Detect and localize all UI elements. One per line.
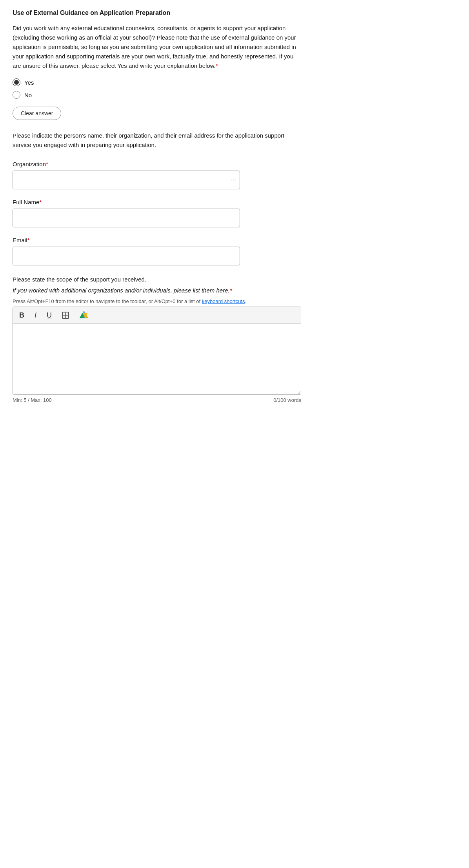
radio-yes[interactable] <box>13 78 20 86</box>
keyboard-shortcuts-link[interactable]: keyboard shortcuts <box>202 298 245 304</box>
scope-italic-text: If you worked with additional organizati… <box>13 287 230 294</box>
word-count-min-max: Min: 5 / Max: 100 <box>13 397 52 403</box>
organization-required-star: * <box>46 161 48 167</box>
rich-text-editor: B I U <box>13 307 301 395</box>
italic-button[interactable]: I <box>33 311 38 320</box>
email-label: Email* <box>13 237 301 243</box>
bold-button[interactable]: B <box>18 311 26 320</box>
editor-hint: Press Alt/Opt+F10 from the editor to nav… <box>13 298 301 304</box>
follow-up-text: Please indicate the person's name, their… <box>13 131 301 150</box>
radio-yes-text: Yes <box>24 79 34 86</box>
email-label-text: Email <box>13 237 27 243</box>
expand-button[interactable] <box>60 311 71 320</box>
email-input[interactable] <box>13 247 240 265</box>
editor-footer: Min: 5 / Max: 100 0/100 words <box>13 397 301 403</box>
organization-input[interactable] <box>13 171 240 189</box>
organization-label-text: Organization <box>13 161 46 167</box>
organization-field-group: Organization* ··· <box>13 161 301 189</box>
fullname-field-group: Full Name* <box>13 199 301 227</box>
clear-answer-button[interactable]: Clear answer <box>13 107 61 120</box>
expand-icon <box>62 312 69 319</box>
fullname-required-star: * <box>39 199 42 205</box>
radio-no-text: No <box>24 92 32 98</box>
radio-group: Yes No <box>13 78 301 99</box>
radio-no-label[interactable]: No <box>13 91 301 99</box>
description-text: Did you work with any external education… <box>13 24 301 71</box>
editor-hint-end: . <box>245 298 247 304</box>
radio-yes-label[interactable]: Yes <box>13 78 301 86</box>
drive-button[interactable] <box>78 310 90 320</box>
email-required-star: * <box>27 237 30 243</box>
email-input-wrapper <box>13 247 240 265</box>
fullname-input-wrapper <box>13 209 240 227</box>
email-field-group: Email* <box>13 237 301 265</box>
fullname-label: Full Name* <box>13 199 301 205</box>
underline-button[interactable]: U <box>45 311 53 320</box>
fullname-label-text: Full Name <box>13 199 39 205</box>
scope-field-group: Please state the scope of the support yo… <box>13 275 301 403</box>
description-body: Did you work with any external education… <box>13 25 296 69</box>
fullname-input[interactable] <box>13 209 240 227</box>
google-drive-icon <box>79 311 89 320</box>
editor-content-area[interactable] <box>13 324 301 394</box>
scope-required-star: * <box>230 287 232 294</box>
organization-input-wrapper: ··· <box>13 171 240 189</box>
description-required-star: * <box>216 62 218 69</box>
section-title: Use of External Guidance on Application … <box>13 9 301 16</box>
radio-no[interactable] <box>13 91 20 99</box>
form-container: Use of External Guidance on Application … <box>13 9 301 403</box>
editor-hint-text: Press Alt/Opt+F10 from the editor to nav… <box>13 298 200 304</box>
organization-label: Organization* <box>13 161 301 167</box>
editor-toolbar: B I U <box>13 307 301 324</box>
word-count-current: 0/100 words <box>273 397 301 403</box>
scope-label: Please state the scope of the support yo… <box>13 275 301 284</box>
scope-italic-label: If you worked with additional organizati… <box>13 286 301 295</box>
